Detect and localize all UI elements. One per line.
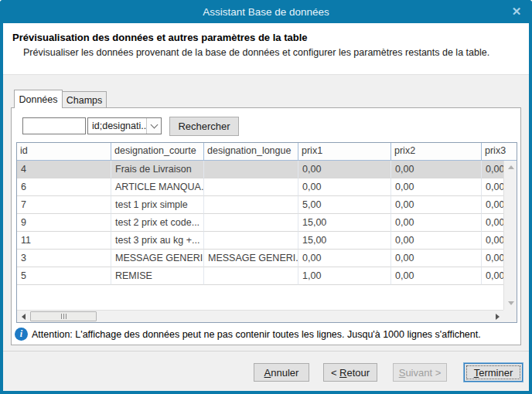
table-cell: REMISE [111, 267, 204, 285]
scrollbar-corner [503, 310, 517, 322]
table-cell: 5,00 [298, 196, 391, 214]
table-cell: 0,00 [391, 178, 482, 196]
cancel-button[interactable]: Annuler [254, 363, 309, 382]
table-cell [204, 196, 298, 214]
table-cell: 15,00 [298, 214, 391, 232]
table-cell: 1,00 [298, 267, 391, 285]
table-cell: 9 [17, 214, 111, 232]
step-title: Prévisualisation des données et autres p… [12, 32, 308, 43]
window-border-right [529, 0, 532, 394]
table-header-row: iddesignation_courtedesignation_longuepr… [17, 143, 517, 161]
table-cell: 0,00 [391, 267, 482, 285]
database-wizard-dialog: Assistant Base de données ✕ Prévisualisa… [0, 0, 532, 394]
table-cell: 3 [17, 250, 111, 267]
table-cell: Frais de Livraison [111, 161, 204, 178]
table-row[interactable]: 6ARTICLE MANQUA...0,000,000,00 [17, 178, 517, 196]
vertical-scrollbar[interactable] [503, 161, 517, 310]
table-cell: 5 [17, 267, 111, 285]
tab-champs[interactable]: Champs [63, 91, 107, 108]
search-button[interactable]: Rechercher [169, 117, 239, 136]
footer-separator [3, 351, 529, 352]
column-header-prix3[interactable]: prix3 [482, 143, 517, 161]
table-cell: 0,00 [298, 250, 391, 267]
table-cell: 15,00 [298, 232, 391, 250]
column-header-designation_longue[interactable]: designation_longue [204, 143, 298, 161]
table-cell: test 3 prix au kg +... [111, 232, 204, 250]
data-preview-table: iddesignation_courtedesignation_longuepr… [16, 142, 517, 323]
column-header-designation_courte[interactable]: designation_courte [111, 143, 204, 161]
wizard-step-header: Prévisualisation des données et autres p… [3, 23, 529, 75]
table-cell: 7 [17, 196, 111, 214]
table-row[interactable]: 4Frais de Livraison0,000,000,00 [17, 161, 517, 178]
table-row[interactable]: 5REMISE1,000,000,00 [17, 267, 517, 285]
row-limit-notice-text: Attention: L'affichage des données peut … [32, 329, 481, 340]
scroll-up-icon[interactable] [504, 161, 517, 174]
table-cell: ARTICLE MANQUA... [111, 178, 204, 196]
table-cell [204, 267, 298, 285]
table-cell: test 1 prix simple [111, 196, 204, 214]
horizontal-scrollbar[interactable] [17, 310, 503, 322]
window-title: Assistant Base de données [203, 6, 329, 18]
table-cell [204, 214, 298, 232]
table-cell: 11 [17, 232, 111, 250]
row-limit-notice: i Attention: L'affichage des données peu… [15, 328, 481, 341]
horizontal-scrollbar-thumb[interactable] [30, 311, 97, 321]
table-cell: MESSAGE GENERI... [204, 250, 298, 267]
tab-donnees[interactable]: Données [14, 90, 63, 108]
chevron-down-icon[interactable] [146, 118, 161, 134]
table-cell: 6 [17, 178, 111, 196]
search-input[interactable] [22, 117, 86, 134]
column-header-prix1[interactable]: prix1 [298, 143, 391, 161]
scroll-left-icon[interactable] [17, 311, 29, 323]
table-cell: 0,00 [298, 178, 391, 196]
back-button[interactable]: < Retour [323, 363, 377, 382]
table-cell: MESSAGE GENERI... [111, 250, 204, 267]
table-row[interactable]: 7test 1 prix simple5,000,000,00 [17, 196, 517, 214]
table-cell: 0,00 [391, 232, 482, 250]
table-row[interactable]: 3MESSAGE GENERI...MESSAGE GENERI...0,000… [17, 250, 517, 267]
info-icon: i [15, 328, 28, 341]
window-border-left [0, 0, 3, 394]
table-cell [204, 161, 298, 178]
finish-button[interactable]: Terminer [464, 363, 523, 382]
column-header-prix2[interactable]: prix2 [391, 143, 482, 161]
table-cell: 0,00 [391, 214, 482, 232]
table-cell [204, 178, 298, 196]
step-subtitle: Prévisualiser les données provenant de l… [23, 47, 489, 58]
table-cell: 0,00 [391, 161, 482, 178]
table-cell: 0,00 [391, 196, 482, 214]
column-header-id[interactable]: id [17, 143, 111, 161]
next-button: Suivant > [393, 363, 447, 382]
scroll-down-icon[interactable] [504, 297, 517, 310]
scroll-right-icon[interactable] [491, 311, 503, 323]
table-cell: test 2 prix et code... [111, 214, 204, 232]
table-row[interactable]: 11test 3 prix au kg +...15,000,000,00 [17, 232, 517, 250]
tab-panel-donnees: id;designati... Rechercher iddesignation… [11, 107, 521, 345]
search-column-selector-value: id;designati... [88, 121, 146, 131]
table-cell: 0,00 [298, 161, 391, 178]
close-icon[interactable]: ✕ [507, 3, 526, 20]
search-column-selector[interactable]: id;designati... [87, 117, 162, 134]
table-cell: 4 [17, 161, 111, 178]
table-cell: 0,00 [391, 250, 482, 267]
table-row[interactable]: 9test 2 prix et code...15,000,000,00 [17, 214, 517, 232]
table-body: 4Frais de Livraison0,000,000,006ARTICLE … [17, 161, 517, 285]
window-border-bottom [0, 391, 532, 394]
table-cell [204, 232, 298, 250]
titlebar[interactable]: Assistant Base de données ✕ [0, 0, 532, 23]
